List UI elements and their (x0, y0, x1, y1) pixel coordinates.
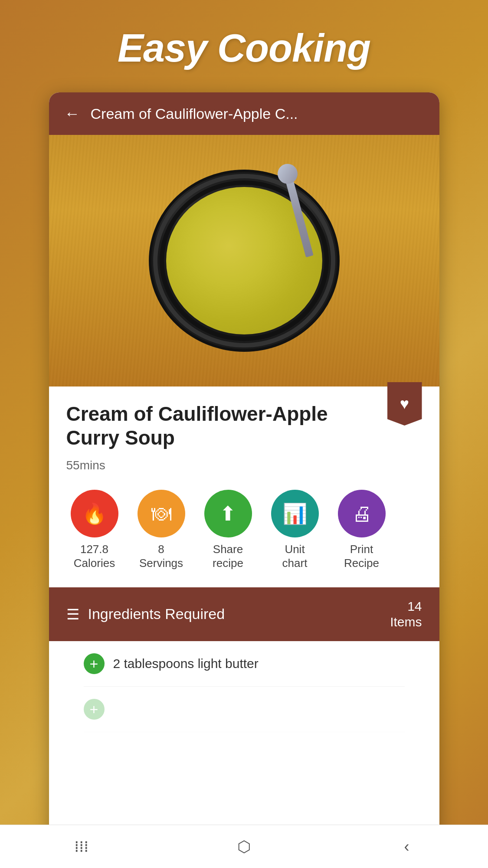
ingredient-text: 2 tablespoons light butter (113, 656, 259, 671)
recipe-info: ♥ Cream of Cauliflower-Apple Curry Soup … (49, 387, 439, 743)
unit-chart-icon: 📊 (282, 502, 307, 525)
list-icon: ☰ (66, 606, 79, 623)
ingredient-item: + 2 tablespoons light butter (84, 641, 405, 687)
nav-home[interactable]: ⬡ (227, 834, 262, 860)
servings-icon: 🍽 (151, 502, 171, 525)
card-header: ← Cream of Cauliflower-Apple C... (49, 92, 439, 135)
calories-stat: 🔥 127.8Calories (66, 490, 123, 570)
print-label: PrintRecipe (344, 543, 379, 570)
unit-chart-label: Unitchart (282, 543, 308, 570)
ingredient-item-2: + (84, 687, 405, 732)
unit-chart-stat: 📊 Unitchart (267, 490, 323, 570)
calories-icon: 🔥 (82, 502, 107, 525)
back-button[interactable]: ← (65, 105, 80, 123)
ingredients-left: ☰ Ingredients Required (66, 606, 225, 623)
stats-row: 🔥 127.8Calories 🍽 8Servings ⬆ Sharerecip… (66, 490, 422, 570)
recipe-card: ← Cream of Cauliflower-Apple C... ♥ Crea… (49, 92, 439, 868)
recipe-title: Cream of Cauliflower-Apple Curry Soup (66, 402, 422, 450)
bowl-container (140, 161, 348, 360)
calories-button[interactable]: 🔥 (71, 490, 118, 537)
app-title: Easy Cooking (118, 26, 370, 71)
servings-stat: 🍽 8Servings (133, 490, 190, 570)
back-icon: ‹ (404, 838, 409, 856)
share-stat: ⬆ Sharerecipe (200, 490, 256, 570)
share-label: Sharerecipe (213, 543, 243, 570)
header-title: Cream of Cauliflower-Apple C... (91, 105, 424, 122)
heart-icon: ♥ (400, 395, 409, 413)
calories-label: 127.8Calories (74, 543, 115, 570)
add-ingredient-button-2[interactable]: + (84, 699, 105, 720)
ingredients-title: Ingredients Required (88, 606, 225, 622)
unit-chart-button[interactable]: 📊 (271, 490, 319, 537)
menu-icon: ⁞⁞⁞ (74, 838, 88, 856)
recipe-time: 55mins (66, 459, 422, 472)
ingredients-list: + 2 tablespoons light butter + (66, 641, 422, 732)
recipe-image (49, 135, 439, 387)
items-count: 14Items (390, 599, 422, 630)
nav-menu[interactable]: ⁞⁞⁞ (64, 834, 99, 860)
ingredients-header: ☰ Ingredients Required 14Items (49, 587, 439, 641)
print-icon: 🖨 (352, 502, 372, 525)
share-icon: ⬆ (219, 502, 236, 525)
favorite-badge[interactable]: ♥ (387, 382, 422, 426)
add-ingredient-button[interactable]: + (84, 653, 105, 674)
print-button[interactable]: 🖨 (338, 490, 386, 537)
print-stat: 🖨 PrintRecipe (334, 490, 390, 570)
home-icon: ⬡ (237, 838, 251, 856)
bottom-nav: ⁞⁞⁞ ⬡ ‹ (0, 825, 488, 868)
nav-back[interactable]: ‹ (390, 834, 424, 860)
share-button[interactable]: ⬆ (204, 490, 252, 537)
servings-button[interactable]: 🍽 (138, 490, 185, 537)
servings-label: 8Servings (139, 543, 183, 570)
